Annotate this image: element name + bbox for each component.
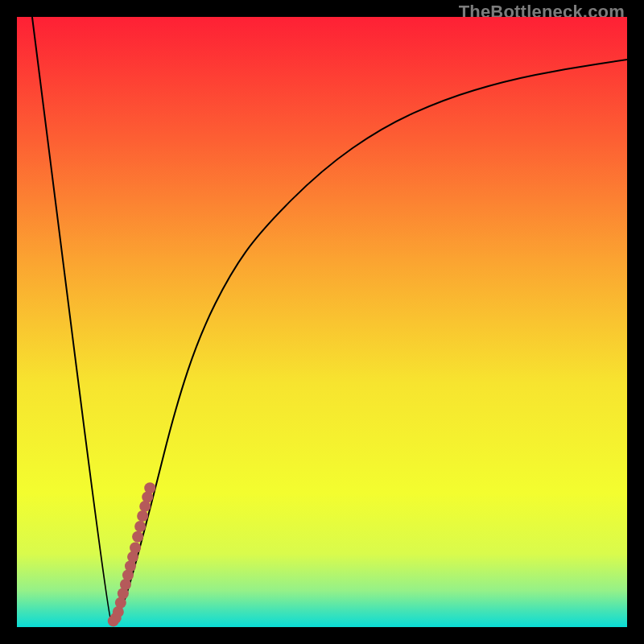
marker-dot — [130, 542, 141, 553]
marker-dot — [134, 521, 146, 532]
marker-dot — [137, 510, 148, 522]
outer-frame: TheBottleneck.com — [0, 0, 644, 644]
plot-area — [17, 17, 627, 627]
gradient-background — [17, 17, 627, 627]
chart-svg — [17, 17, 627, 627]
marker-dot — [144, 482, 155, 493]
marker-dot — [132, 531, 143, 543]
